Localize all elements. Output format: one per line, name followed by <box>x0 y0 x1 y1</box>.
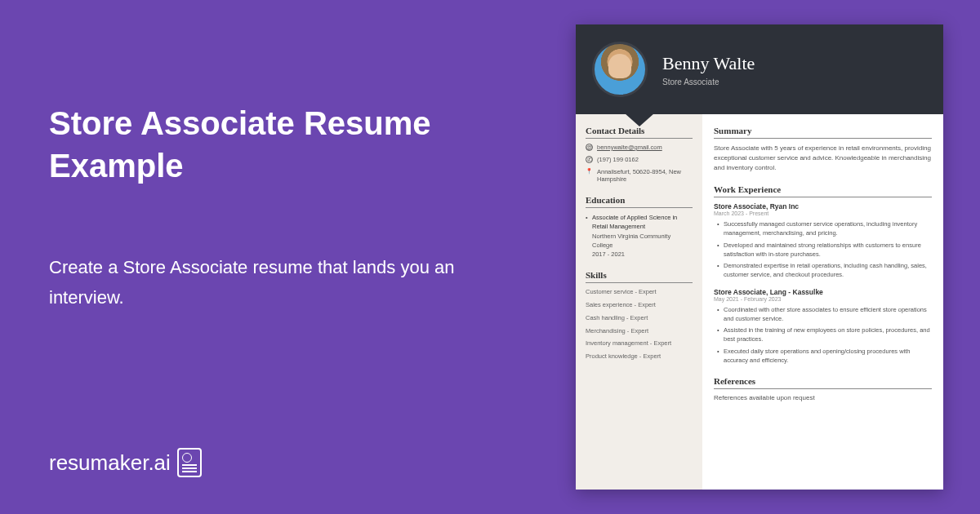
resume-header: Benny Walte Store Associate <box>576 24 943 114</box>
brand-name: resumaker.ai <box>49 450 171 476</box>
education-section: Education Associate of Applied Science i… <box>586 195 693 259</box>
job-title: Store Associate, Ryan Inc <box>714 202 932 210</box>
skill-item: Merchandising - Expert <box>586 327 693 335</box>
job-bullets: Successfully managed customer service op… <box>714 219 932 280</box>
experience-section: Work Experience Store Associate, Ryan In… <box>714 184 932 365</box>
references-text: References available upon request <box>714 394 932 401</box>
resume-sidebar: Contact Details @ bennywalte@gmail.com ✆… <box>576 114 702 490</box>
job-bullet: Coordinated with other store associates … <box>724 305 932 324</box>
skills-section: Skills Customer service - Expert Sales e… <box>586 270 693 361</box>
skill-item: Sales experience - Expert <box>586 301 693 309</box>
job-bullets: Coordinated with other store associates … <box>714 305 932 366</box>
resume-main: Summary Store Associate with 5 years of … <box>702 114 943 490</box>
job-item: Store Associate, Lang - Kassulke May 202… <box>714 288 932 366</box>
references-heading: References <box>714 376 932 389</box>
education-heading: Education <box>586 195 693 208</box>
summary-text: Store Associate with 5 years of experien… <box>714 144 932 173</box>
brand-logo: resumaker.ai <box>49 448 202 477</box>
email-icon: @ <box>586 144 593 151</box>
job-title: Store Associate, Lang - Kassulke <box>714 288 932 296</box>
resume-role: Store Associate <box>662 78 755 86</box>
job-dates: May 2021 - February 2023 <box>714 296 932 302</box>
skill-item: Cash handling - Expert <box>586 314 693 322</box>
resume-name-block: Benny Walte Store Associate <box>662 53 755 86</box>
skill-item: Product knowledge - Expert <box>586 352 693 361</box>
experience-heading: Work Experience <box>714 184 932 197</box>
job-bullet: Executed daily store operations and open… <box>724 347 932 366</box>
resume-icon <box>177 448 202 477</box>
summary-section: Summary Store Associate with 5 years of … <box>714 126 932 173</box>
job-bullet: Successfully managed customer service op… <box>724 219 932 238</box>
hero-content: Store Associate Resume Example Create a … <box>49 102 474 313</box>
job-dates: March 2023 - Present <box>714 210 932 216</box>
contact-email: @ bennywalte@gmail.com <box>586 144 693 152</box>
skill-item: Customer service - Expert <box>586 288 693 296</box>
page-subtitle: Create a Store Associate resume that lan… <box>49 252 474 313</box>
education-item: Associate of Applied Science in Retail M… <box>586 213 693 259</box>
contact-heading: Contact Details <box>586 126 693 139</box>
skills-heading: Skills <box>586 270 693 283</box>
location-icon: 📍 <box>586 168 593 175</box>
avatar <box>592 42 648 97</box>
job-bullet: Demonstrated expertise in retail operati… <box>724 261 932 280</box>
resume-preview: Benny Walte Store Associate Contact Deta… <box>576 24 943 490</box>
phone-icon: ✆ <box>586 156 593 163</box>
skill-item: Inventory management - Expert <box>586 339 693 348</box>
summary-heading: Summary <box>714 126 932 139</box>
references-section: References References available upon req… <box>714 376 932 401</box>
page-title: Store Associate Resume Example <box>49 102 474 187</box>
job-item: Store Associate, Ryan Inc March 2023 - P… <box>714 202 932 280</box>
job-bullet: Assisted in the training of new employee… <box>724 326 932 344</box>
contact-address: 📍 Annalisefurt, 50620-8954, New Hampshir… <box>586 168 693 184</box>
contact-section: Contact Details @ bennywalte@gmail.com ✆… <box>586 126 693 184</box>
job-bullet: Developed and maintained strong relation… <box>724 241 932 259</box>
contact-phone: ✆ (197) 199 0162 <box>586 156 693 164</box>
resume-body: Contact Details @ bennywalte@gmail.com ✆… <box>576 114 943 490</box>
resume-name: Benny Walte <box>662 53 755 74</box>
